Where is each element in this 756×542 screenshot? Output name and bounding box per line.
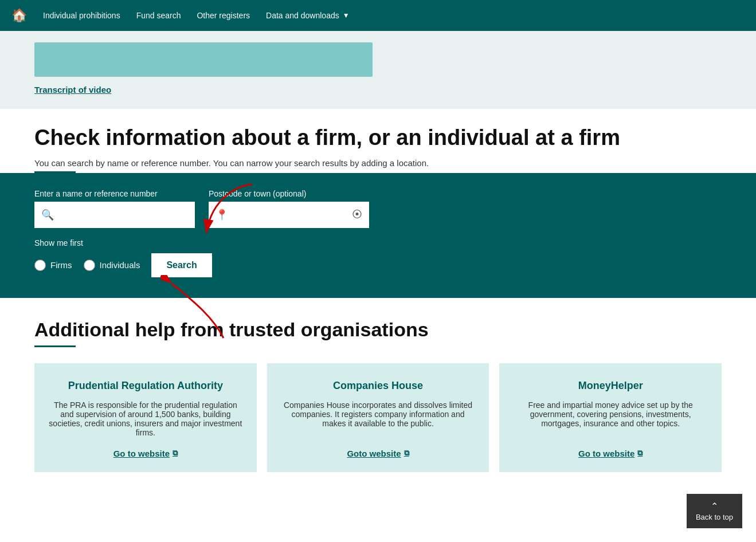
- location-input-wrapper: 📍 ⦿: [209, 202, 369, 228]
- card-moneyhelper-link[interactable]: Go to website ⧉: [578, 449, 643, 458]
- cards-row: Prudential Regulation Authority The PRA …: [34, 363, 722, 472]
- radio-row: Firms Individuals Search: [34, 253, 722, 277]
- card-companies-desc: Companies House incorporates and dissolv…: [281, 400, 476, 437]
- location-input[interactable]: [233, 210, 352, 219]
- card-companies-title: Companies House: [333, 379, 423, 392]
- show-me-first-label: Show me first: [34, 238, 722, 248]
- card-moneyhelper-link-text: Go to website: [578, 449, 634, 458]
- main-content: Check information about a firm, or an in…: [0, 109, 756, 173]
- card-pra-link[interactable]: Go to website ⧉: [113, 449, 178, 458]
- radio-individuals-input[interactable]: [84, 260, 95, 271]
- video-section: Transcript of video: [0, 31, 756, 109]
- search-section: Enter a name or reference number 🔍 Postc…: [0, 173, 756, 298]
- nav-fund-search[interactable]: Fund search: [136, 11, 181, 20]
- home-icon[interactable]: 🏠: [11, 8, 27, 23]
- video-placeholder: [34, 42, 373, 77]
- radio-firms-text: Firms: [50, 260, 72, 270]
- external-link-icon: ⧉: [173, 449, 178, 458]
- nav-individual-prohibitions[interactable]: Individual prohibitions: [43, 11, 120, 20]
- additional-underline: [34, 345, 76, 347]
- page-subtitle: You can search by name or reference numb…: [34, 158, 722, 168]
- navigation: 🏠 Individual prohibitions Fund search Ot…: [0, 0, 756, 31]
- card-pra-link-text: Go to website: [113, 449, 170, 458]
- card-companies-link-text: Goto website: [347, 449, 401, 458]
- radio-individuals-label[interactable]: Individuals: [84, 260, 140, 271]
- search-button[interactable]: Search: [151, 253, 211, 277]
- search-fields: Enter a name or reference number 🔍 Postc…: [34, 189, 722, 228]
- page-title: Check information about a firm, or an in…: [34, 125, 722, 151]
- back-to-top-button[interactable]: ⌃ Back to top: [687, 494, 742, 495]
- additional-section: Additional help from trusted organisatio…: [0, 298, 756, 495]
- location-field-label: Postcode or town (optional): [209, 189, 369, 198]
- card-pra: Prudential Regulation Authority The PRA …: [34, 363, 257, 472]
- name-input-wrapper: 🔍: [34, 202, 195, 228]
- chevron-down-icon: ▼: [343, 11, 350, 19]
- gps-icon: ⦿: [352, 209, 362, 221]
- location-field-group: Postcode or town (optional) 📍 ⦿: [209, 189, 369, 228]
- nav-data-downloads-label: Data and downloads: [266, 11, 339, 20]
- radio-individuals-text: Individuals: [100, 260, 140, 270]
- radio-firms-input[interactable]: [34, 260, 46, 271]
- transcript-link[interactable]: Transcript of video: [34, 85, 111, 95]
- card-companies-house: Companies House Companies House incorpor…: [267, 363, 489, 472]
- search-icon: 🔍: [41, 209, 54, 221]
- nav-other-registers[interactable]: Other registers: [197, 11, 250, 20]
- name-field-label: Enter a name or reference number: [34, 189, 195, 198]
- location-icon: 📍: [216, 209, 228, 221]
- card-moneyhelper-title: MoneyHelper: [578, 379, 643, 392]
- additional-title: Additional help from trusted organisatio…: [34, 319, 722, 341]
- name-input[interactable]: [58, 210, 188, 219]
- external-link-icon-3: ⧉: [637, 449, 643, 458]
- card-companies-link[interactable]: Goto website ⧉: [347, 449, 409, 458]
- external-link-icon-2: ⧉: [404, 449, 409, 458]
- card-moneyhelper: MoneyHelper Free and impartial money adv…: [499, 363, 722, 472]
- card-pra-desc: The PRA is responsible for the prudentia…: [48, 400, 243, 437]
- name-field-group: Enter a name or reference number 🔍: [34, 189, 195, 228]
- card-pra-title: Prudential Regulation Authority: [68, 379, 223, 392]
- radio-firms-label[interactable]: Firms: [34, 260, 72, 271]
- nav-data-downloads-dropdown[interactable]: Data and downloads ▼: [266, 11, 350, 20]
- card-moneyhelper-desc: Free and impartial money advice set up b…: [513, 400, 708, 437]
